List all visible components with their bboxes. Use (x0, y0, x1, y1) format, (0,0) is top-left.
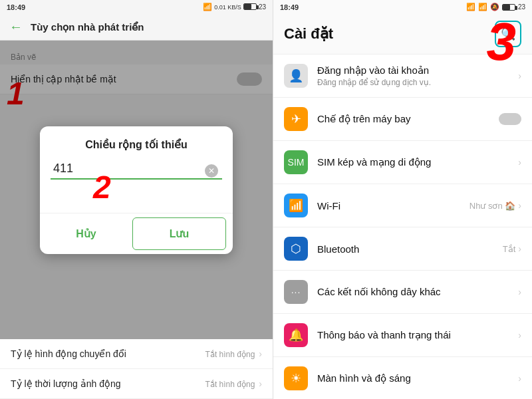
animation-transition-item[interactable]: Tỷ lệ hình động chuyển đổi Tắt hình động… (0, 339, 273, 369)
signal-icon: 📶 (203, 3, 212, 11)
left-panel: 18:49 📶 0.01 KB/S 23 ← Tùy chọn nhà phát… (0, 0, 273, 399)
dialog-title: Chiều rộng tối thiểu (40, 126, 233, 159)
wifi-row[interactable]: 📶 Wi-Fi Như sơn 🏠 › (273, 184, 532, 227)
right-battery-icon (502, 4, 515, 11)
animation-transition-label: Tỷ lệ hình động chuyển đổi (11, 348, 126, 359)
data-speed: 0.01 KB/S (214, 4, 241, 11)
settings-list: 👤 Đăng nhập vào tài khoản Đăng nhập để s… (273, 55, 532, 399)
battery-icon (243, 3, 257, 11)
search-area: 🔍 3 (495, 21, 521, 47)
chevron-icon: › (259, 348, 262, 359)
left-status-bar: 18:49 📶 0.01 KB/S 23 (0, 0, 273, 14)
red-label-2: 2 (93, 172, 111, 203)
cancel-button[interactable]: Hủy (40, 213, 132, 254)
chevron-icon-2: › (259, 378, 262, 389)
animation-duration-label: Tỷ lệ thời lượng ảnh động (11, 378, 121, 389)
bluetooth-label: Bluetooth (317, 243, 493, 255)
more-connections-chevron: › (518, 287, 521, 297)
more-connections-row[interactable]: ··· Các kết nối không dây khác › (273, 271, 532, 314)
more-connections-label: Các kết nối không dây khác (317, 286, 509, 298)
wifi-icon: 📶 (284, 194, 308, 217)
battery-level: 23 (259, 3, 266, 11)
more-icon: ··· (284, 280, 308, 304)
back-button[interactable]: ← (9, 19, 23, 35)
notification-label: Thông báo và thanh trạng thái (317, 329, 509, 341)
account-icon: 👤 (284, 64, 308, 88)
airplane-toggle[interactable] (499, 113, 521, 125)
save-button[interactable]: Lưu (132, 217, 226, 250)
notification-icon: 🔔 (284, 323, 308, 347)
display-icon: ☀ (284, 366, 308, 390)
wifi-label: Wi-Fi (317, 200, 460, 211)
clear-input-button[interactable]: ✕ (205, 164, 218, 178)
right-time: 18:49 (280, 3, 299, 11)
display-chevron: › (518, 373, 521, 384)
left-time-text: 18:49 (7, 3, 25, 11)
display-label: Màn hình và độ sáng (317, 372, 509, 384)
dialog-input[interactable] (51, 159, 222, 180)
dialog: Chiều rộng tối thiểu ✕ 2 Hủy Lưu (40, 126, 233, 254)
left-page-title: Tùy chọn nhà phát triển (31, 21, 144, 33)
right-battery-level: 23 (518, 3, 525, 11)
dialog-overlay: Chiều rộng tối thiểu ✕ 2 Hủy Lưu (0, 41, 273, 339)
airplane-row[interactable]: ✈ Chế độ trên máy bay (273, 98, 532, 141)
account-label: Đăng nhập vào tài khoản (317, 65, 509, 76)
notification-chevron: › (518, 330, 521, 340)
airplane-label: Chế độ trên máy bay (317, 113, 489, 125)
wifi-value: Như sơn 🏠 (469, 201, 516, 211)
right-wifi-icon: 📶 (478, 3, 487, 11)
animation-transition-value: Tắt hình động (205, 350, 255, 359)
left-header: ← Tùy chọn nhà phát triển (0, 14, 273, 41)
bluetooth-row[interactable]: ⬡ Bluetooth Tắt › (273, 227, 532, 271)
right-no-sound-icon: 🔕 (490, 3, 499, 11)
account-chevron: › (518, 70, 521, 81)
sim-row[interactable]: SIM SIM kép và mạng di động › (273, 141, 532, 184)
red-label-3: 3 (487, 15, 517, 68)
account-sub: Đăng nhập để sử dụng dịch vụ. (317, 78, 509, 87)
sim-icon: SIM (284, 150, 308, 174)
right-panel: 18:49 📶 📶 🔕 23 Cài đặt 🔍 3 👤 Đăng nhập v… (273, 0, 532, 399)
right-signal-icon: 📶 (466, 3, 475, 11)
bluetooth-icon: ⬡ (284, 237, 308, 261)
left-time: 18:49 (7, 3, 25, 11)
notification-row[interactable]: 🔔 Thông báo và thanh trạng thái › (273, 314, 532, 357)
animation-duration-item[interactable]: Tỷ lệ thời lượng ảnh động Tắt hình động … (0, 369, 273, 399)
wifi-chevron: › (518, 200, 521, 211)
left-content: Bản vẽ Hiển thị cập nhật bề mặt 1 Chiều … (0, 41, 273, 339)
bluetooth-value: Tắt (503, 244, 516, 254)
bottom-items: Tỷ lệ hình động chuyển đổi Tắt hình động… (0, 339, 273, 399)
right-header: Cài đặt 🔍 3 (273, 14, 532, 55)
left-status-icons: 📶 0.01 KB/S 23 (203, 3, 266, 11)
airplane-icon: ✈ (284, 107, 308, 131)
display-row[interactable]: ☀ Màn hình và độ sáng › (273, 357, 532, 399)
right-status-icons: 📶 📶 🔕 23 (466, 3, 525, 11)
sim-chevron: › (518, 157, 521, 168)
dialog-input-wrap: ✕ (40, 159, 233, 185)
sim-label: SIM kép và mạng di động (317, 156, 509, 168)
bluetooth-chevron: › (518, 243, 521, 254)
right-page-title: Cài đặt (284, 25, 333, 43)
dialog-actions: Hủy Lưu (40, 213, 233, 254)
animation-duration-value: Tắt hình động (205, 380, 255, 389)
